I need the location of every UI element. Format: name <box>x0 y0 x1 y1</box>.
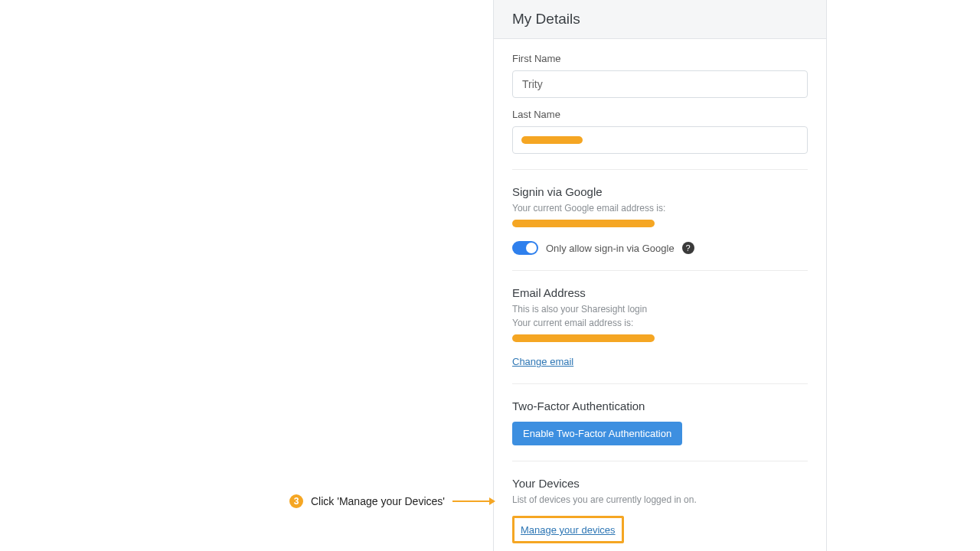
google-toggle-label: Only allow sign-in via Google <box>546 243 675 254</box>
change-email-link[interactable]: Change email <box>512 356 573 367</box>
devices-sub: List of devices you are currently logged… <box>512 494 808 505</box>
first-name-input[interactable] <box>512 70 808 98</box>
arrow-icon <box>452 500 494 502</box>
redacted-google-email <box>512 220 655 227</box>
enable-2fa-button[interactable]: Enable Two-Factor Authentication <box>512 422 682 445</box>
google-current-label: Your current Google email address is: <box>512 203 808 214</box>
email-sub2: Your current email address is: <box>512 318 808 328</box>
devices-heading: Your Devices <box>512 477 808 490</box>
page-title: My Details <box>512 11 808 28</box>
step-badge: 3 <box>289 494 303 508</box>
redacted-email <box>512 334 655 342</box>
last-name-label: Last Name <box>512 109 808 120</box>
google-toggle-row: Only allow sign-in via Google ? <box>512 241 808 255</box>
step-annotation: 3 Click 'Manage your Devices' <box>289 494 494 508</box>
twofa-section: Two-Factor Authentication Enable Two-Fac… <box>512 399 808 461</box>
name-section: First Name Last Name <box>512 53 808 170</box>
panel-body: First Name Last Name Signin via Google Y… <box>494 39 826 551</box>
google-signin-section: Signin via Google Your current Google em… <box>512 185 808 271</box>
google-only-toggle[interactable] <box>512 241 538 255</box>
twofa-heading: Two-Factor Authentication <box>512 399 808 412</box>
manage-devices-link[interactable]: Manage your devices <box>521 524 616 536</box>
email-sub1: This is also your Sharesight login <box>512 304 808 315</box>
devices-section: Your Devices List of devices you are cur… <box>512 477 808 551</box>
annotation-text: Click 'Manage your Devices' <box>311 495 445 507</box>
email-heading: Email Address <box>512 286 808 299</box>
google-heading: Signin via Google <box>512 185 808 198</box>
panel-header: My Details <box>494 0 826 39</box>
email-section: Email Address This is also your Sharesig… <box>512 286 808 384</box>
help-icon[interactable]: ? <box>682 242 694 254</box>
manage-devices-highlight: Manage your devices <box>512 516 624 543</box>
first-name-label: First Name <box>512 53 808 64</box>
my-details-panel: My Details First Name Last Name Signin v… <box>493 0 827 551</box>
redacted-last-name <box>521 136 583 144</box>
